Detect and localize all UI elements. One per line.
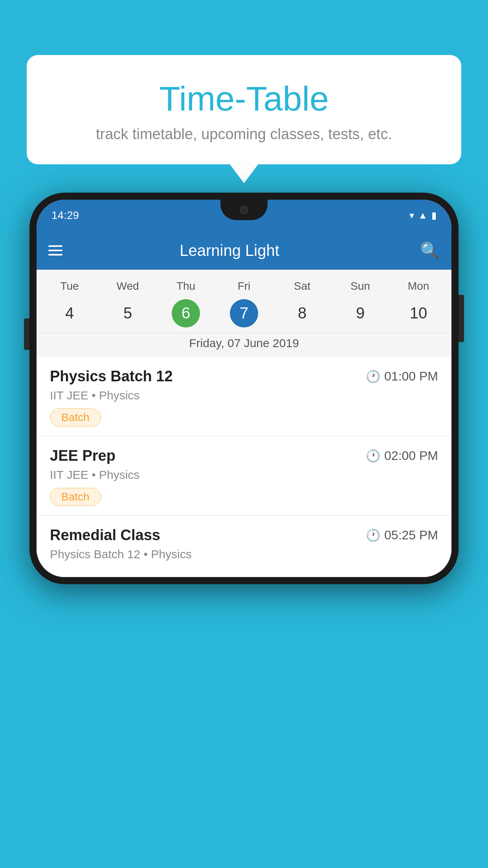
status-icons: ▾ ▲ ▮: [409, 210, 437, 221]
schedule-item-header-2: JEE Prep 🕐 02:00 PM: [50, 447, 438, 464]
signal-icon: ▲: [418, 210, 427, 221]
phone-screen: 14:29 ▾ ▲ ▮ Learning Light 🔍: [37, 200, 451, 577]
day-7-selected[interactable]: 7: [230, 299, 258, 327]
bubble-arrow: [230, 164, 258, 183]
day-headers: Tue Wed Thu Fri Sat Sun Mon: [40, 277, 448, 296]
phone-mockup: 14:29 ▾ ▲ ▮ Learning Light 🔍: [29, 193, 459, 584]
day-header-thu: Thu: [157, 277, 215, 296]
selected-date-label: Friday, 07 June 2019: [40, 333, 448, 357]
schedule-title-2: JEE Prep: [50, 447, 116, 464]
schedule-item-jee-prep[interactable]: JEE Prep 🕐 02:00 PM IIT JEE • Physics Ba…: [37, 436, 451, 516]
search-button[interactable]: 🔍: [420, 241, 440, 260]
clock-icon-3: 🕐: [366, 528, 380, 542]
day-10[interactable]: 10: [389, 299, 448, 327]
bubble-subtitle: track timetable, upcoming classes, tests…: [46, 126, 442, 143]
schedule-time-text-1: 01:00 PM: [384, 369, 438, 384]
schedule-list: Physics Batch 12 🕐 01:00 PM IIT JEE • Ph…: [37, 357, 451, 577]
schedule-meta-1: IIT JEE • Physics: [50, 389, 438, 402]
status-bar: 14:29 ▾ ▲ ▮: [37, 200, 451, 231]
day-4[interactable]: 4: [40, 299, 99, 327]
day-numbers: 4 5 6 7 8 9 10: [40, 299, 448, 333]
menu-button[interactable]: [48, 245, 62, 256]
phone-outer: 14:29 ▾ ▲ ▮ Learning Light 🔍: [29, 193, 459, 584]
schedule-title-3: Remedial Class: [50, 527, 160, 544]
schedule-time-text-2: 02:00 PM: [384, 449, 438, 463]
clock-icon-1: 🕐: [366, 370, 380, 383]
camera: [240, 206, 248, 214]
bubble-title: Time-Table: [46, 79, 442, 119]
day-9[interactable]: 9: [331, 299, 389, 327]
day-8[interactable]: 8: [273, 299, 331, 327]
battery-icon: ▮: [431, 210, 437, 221]
day-5[interactable]: 5: [99, 299, 157, 327]
schedule-time-1: 🕐 01:00 PM: [366, 369, 438, 384]
notch: [220, 200, 268, 220]
status-time: 14:29: [51, 209, 79, 222]
day-header-wed: Wed: [99, 277, 157, 296]
day-6-today[interactable]: 6: [172, 299, 200, 327]
bubble-box: Time-Table track timetable, upcoming cla…: [27, 55, 461, 164]
clock-icon-2: 🕐: [366, 449, 380, 463]
schedule-title-1: Physics Batch 12: [50, 368, 173, 385]
batch-badge-1: Batch: [50, 408, 101, 427]
schedule-meta-2: IIT JEE • Physics: [50, 468, 438, 482]
intro-bubble: Time-Table track timetable, upcoming cla…: [27, 55, 461, 183]
app-title: Learning Light: [72, 242, 411, 259]
day-header-tue: Tue: [40, 277, 99, 296]
schedule-time-3: 🕐 05:25 PM: [366, 528, 438, 542]
day-header-mon: Mon: [389, 277, 448, 296]
day-header-sat: Sat: [273, 277, 331, 296]
day-header-fri: Fri: [215, 277, 273, 296]
wifi-icon: ▾: [409, 210, 414, 221]
app-bar: Learning Light 🔍: [37, 231, 451, 270]
batch-badge-2: Batch: [50, 488, 101, 506]
schedule-item-remedial[interactable]: Remedial Class 🕐 05:25 PM Physics Batch …: [37, 516, 451, 577]
schedule-meta-3: Physics Batch 12 • Physics: [50, 548, 438, 561]
schedule-item-physics-batch[interactable]: Physics Batch 12 🕐 01:00 PM IIT JEE • Ph…: [37, 357, 451, 436]
schedule-item-header-3: Remedial Class 🕐 05:25 PM: [50, 527, 438, 544]
schedule-time-2: 🕐 02:00 PM: [366, 449, 438, 463]
schedule-time-text-3: 05:25 PM: [384, 528, 438, 542]
day-header-sun: Sun: [331, 277, 389, 296]
schedule-item-header-1: Physics Batch 12 🕐 01:00 PM: [50, 368, 438, 385]
calendar-strip: Tue Wed Thu Fri Sat Sun Mon 4 5 6 7 8 9 …: [37, 270, 451, 357]
